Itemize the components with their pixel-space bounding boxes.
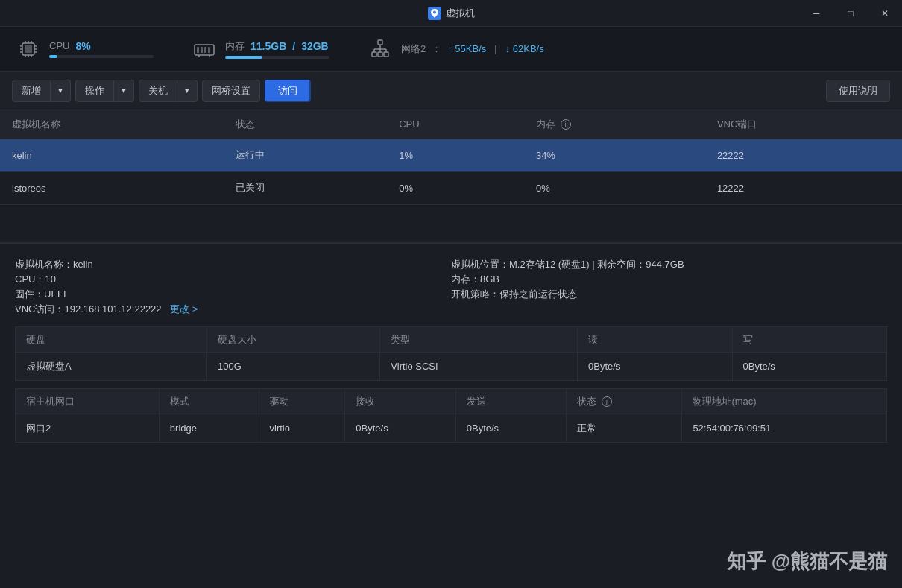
svg-rect-17: [201, 47, 203, 53]
cpu-value: 8%: [75, 40, 90, 52]
add-button[interactable]: 新增: [12, 80, 51, 102]
access-button[interactable]: 访问: [265, 80, 311, 102]
net-driver: virtio: [259, 414, 345, 443]
ram-separator: /: [292, 40, 295, 52]
net-status: 正常: [567, 414, 682, 443]
net-info: 网络2 ： ↑ 55KB/s | ↓ 62KB/s: [401, 42, 544, 56]
vm-table: 虚拟机名称 状态 CPU 内存 i VNC端口 kelin 运行中 1% 34%…: [0, 110, 902, 205]
cpu-status: CPU 8%: [15, 36, 154, 63]
net-col-status: 状态 i: [567, 389, 682, 414]
vm-cpu: 0%: [387, 171, 524, 204]
help-button[interactable]: 使用说明: [826, 80, 890, 102]
minimize-button[interactable]: ─: [799, 0, 833, 27]
net-col-mac: 物理地址(mac): [682, 389, 887, 414]
svg-rect-25: [384, 52, 388, 57]
maximize-button[interactable]: □: [833, 0, 868, 27]
ram-progress-bar: [225, 56, 329, 59]
col-cpu: CPU: [387, 110, 524, 139]
net-table-row: 网口2 bridge virtio 0Byte/s 0Byte/s 正常 52:…: [16, 414, 887, 443]
detail-vnc: VNC访问：192.168.101.12:22222 更改 >: [15, 303, 451, 316]
detail-name: 虚拟机名称：kelin: [15, 258, 451, 271]
net-port: 网口2: [16, 414, 160, 443]
detail-ram: 内存：8GB: [451, 273, 887, 286]
close-button[interactable]: ✕: [868, 0, 902, 27]
net-table-body: 网口2 bridge virtio 0Byte/s 0Byte/s 正常 52:…: [16, 414, 887, 443]
add-btn-group: 新增 ▼: [12, 80, 71, 102]
status-bar: CPU 8% 内存 11.5GB /: [0, 27, 902, 72]
app-logo: [428, 7, 441, 20]
toolbar: 新增 ▼ 操作 ▼ 关机 ▼ 网桥设置 访问 使用说明: [0, 72, 902, 110]
operate-dropdown-button[interactable]: ▼: [114, 80, 134, 102]
net-col-mode: 模式: [159, 389, 259, 414]
disk-table-body: 虚拟硬盘A 100G Virtio SCSI 0Byte/s 0Byte/s: [16, 353, 887, 381]
ram-progress-fill: [225, 56, 262, 59]
disk-name: 虚拟硬盘A: [16, 353, 207, 381]
vm-status: 已关闭: [224, 171, 387, 204]
svg-point-0: [433, 10, 436, 13]
svg-rect-24: [378, 52, 382, 57]
net-label: 网络2: [401, 42, 426, 56]
vm-table-row[interactable]: kelin 运行中 1% 34% 22222: [0, 139, 902, 171]
shutdown-btn-group: 关机 ▼: [139, 80, 198, 102]
shutdown-button[interactable]: 关机: [139, 80, 177, 102]
title-bar: 虚拟机 ─ □ ✕: [0, 0, 902, 27]
svg-rect-22: [378, 40, 382, 45]
disk-type: Virtio SCSI: [380, 353, 578, 381]
detail-location: 虚拟机位置：M.2存储12 (硬盘1) | 剩余空间：944.7GB: [451, 258, 887, 271]
net-col-send: 发送: [455, 389, 566, 414]
vm-table-row[interactable]: istoreos 已关闭 0% 0% 12222: [0, 171, 902, 204]
vm-vnc: 22222: [705, 139, 902, 171]
col-status: 状态: [224, 110, 387, 139]
col-vnc: VNC端口: [705, 110, 902, 139]
svg-rect-23: [372, 52, 376, 57]
ram-total: 32GB: [301, 40, 329, 52]
net-icon: [367, 36, 394, 63]
svg-rect-19: [208, 47, 210, 53]
svg-rect-16: [197, 47, 199, 53]
ram-used: 11.5GB: [250, 40, 286, 52]
disk-col-read: 读: [578, 327, 732, 353]
net-col-recv: 接收: [345, 389, 455, 414]
watermark: 知乎 @熊猫不是猫: [727, 549, 887, 575]
col-ram: 内存 i: [524, 110, 705, 139]
vm-table-header: 虚拟机名称 状态 CPU 内存 i VNC端口: [0, 110, 902, 139]
net-down: ↓ 62KB/s: [505, 43, 544, 54]
disk-table: 硬盘 硬盘大小 类型 读 写 虚拟硬盘A 100G Virtio SCSI 0B…: [15, 326, 887, 381]
vm-name: istoreos: [0, 171, 224, 204]
detail-cpu: CPU：10: [15, 273, 451, 286]
network-table: 宿主机网口 模式 驱动 接收 发送 状态 i 物理地址(mac) 网口2 bri…: [15, 388, 887, 443]
net-up: ↑ 55KB/s: [447, 43, 486, 54]
vm-name: kelin: [0, 139, 224, 171]
vm-ram: 0%: [524, 171, 705, 204]
network-button[interactable]: 网桥设置: [202, 80, 260, 102]
cpu-progress-fill: [49, 55, 57, 58]
operate-btn-group: 操作 ▼: [75, 80, 134, 102]
net-status: 网络2 ： ↑ 55KB/s | ↓ 62KB/s: [367, 36, 544, 63]
vm-table-area: 虚拟机名称 状态 CPU 内存 i VNC端口 kelin 运行中 1% 34%…: [0, 110, 902, 243]
cpu-progress-bar: [49, 55, 154, 58]
detail-grid: 虚拟机名称：kelin 虚拟机位置：M.2存储12 (硬盘1) | 剩余空间：9…: [15, 258, 887, 316]
disk-col-disk: 硬盘: [16, 327, 207, 353]
window-controls[interactable]: ─ □ ✕: [799, 0, 902, 27]
vm-vnc: 12222: [705, 171, 902, 204]
ram-label: 内存: [225, 39, 245, 53]
shutdown-dropdown-button[interactable]: ▼: [177, 80, 198, 102]
net-mode: bridge: [159, 414, 259, 443]
app-title: 虚拟机: [428, 7, 475, 20]
net-mac: 52:54:00:76:09:51: [682, 414, 887, 443]
vm-cpu: 1%: [387, 139, 524, 171]
operate-button[interactable]: 操作: [75, 80, 114, 102]
net-status-info-icon: i: [602, 396, 612, 407]
detail-start-policy: 开机策略：保持之前运行状态: [451, 288, 887, 301]
network-table-header: 宿主机网口 模式 驱动 接收 发送 状态 i 物理地址(mac): [16, 389, 887, 414]
disk-col-type: 类型: [380, 327, 578, 353]
vm-table-body: kelin 运行中 1% 34% 22222 istoreos 已关闭 0% 0…: [0, 139, 902, 204]
disk-col-write: 写: [732, 327, 886, 353]
detail-panel: 虚拟机名称：kelin 虚拟机位置：M.2存储12 (硬盘1) | 剩余空间：9…: [0, 243, 902, 458]
disk-read: 0Byte/s: [578, 353, 732, 381]
vnc-change-link[interactable]: 更改 >: [170, 303, 198, 314]
cpu-icon: [15, 36, 42, 63]
add-dropdown-button[interactable]: ▼: [51, 80, 71, 102]
cpu-label: CPU: [49, 40, 69, 51]
svg-rect-18: [204, 47, 206, 53]
